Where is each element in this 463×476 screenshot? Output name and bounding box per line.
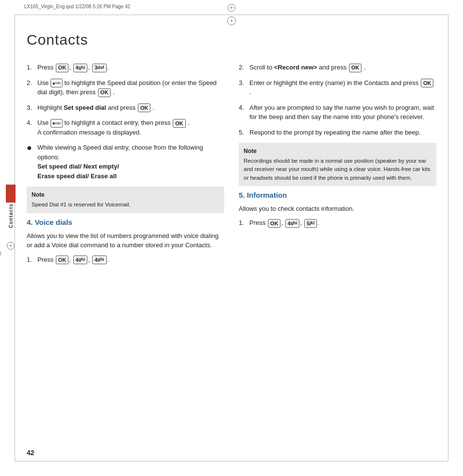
page-border-right	[448, 15, 448, 461]
page-border-top	[15, 15, 448, 15]
key-3def-1: 3 def	[92, 64, 107, 72]
step-3: 3. Highlight Set speed dial and press OK…	[27, 103, 224, 113]
sidebar-tab: Contacts	[6, 185, 16, 228]
section-5-heading: 5. Information	[239, 191, 436, 199]
r-step-5-content: Respond to the prompt by repeating the n…	[249, 128, 436, 137]
left-registration-mark	[7, 242, 15, 250]
r-step-5-num: 5.	[239, 128, 249, 137]
right-column: 2. Scroll to <Record new> and press OK .…	[239, 63, 436, 270]
page-number: 42	[27, 449, 34, 457]
key-nav-4: ●nav	[50, 119, 63, 128]
key-4ghi-s4: 4 ghi	[73, 255, 88, 264]
set-speed-dial-label: Set speed dial	[64, 104, 106, 111]
section4-step-1-num: 1.	[27, 255, 37, 265]
sidebar-tab-red-block	[6, 185, 16, 203]
step-4-content: Use ●nav to highlight a contact entry, t…	[37, 118, 224, 137]
key-ok-r2: OK	[349, 64, 362, 72]
page-border-left	[15, 15, 15, 461]
key-ok-3: OK	[138, 103, 151, 112]
r-step-2-num: 2.	[239, 63, 249, 72]
step-1-num: 1.	[27, 63, 37, 72]
note-text-right: Recordings should be made in a normal us…	[244, 157, 431, 182]
section5-step-1-content: Press OK, 4 ghi, 5 jkl.	[249, 218, 436, 228]
section-4-description: Allows you to view the list of numbers p…	[27, 231, 224, 250]
r-step-4: 4. After you are prompted to say the nam…	[239, 103, 436, 122]
note-text-left: Speed Dial #1 is reserved for Voicemail.	[32, 201, 219, 209]
key-ok-2: OK	[98, 88, 111, 97]
section5-step-1-num: 1.	[239, 218, 249, 228]
step-4: 4. Use ●nav to highlight a contact entry…	[27, 118, 224, 137]
bullet-dot: ●	[27, 143, 37, 181]
page-border-bottom	[15, 461, 448, 461]
r-step-3-content: Enter or highlight the entry (name) in t…	[249, 78, 436, 97]
step-4-num: 4.	[27, 118, 37, 137]
key-nav-2: ●nav	[50, 79, 63, 87]
page-title: Contacts	[27, 32, 436, 48]
header-text: LX165_Virgin_Eng.qxd 1/22/08 5:26 PM Pag…	[24, 4, 130, 9]
two-column-layout: 1. Press OK, 4 ghi, 3 def. 2. Use ●nav t…	[27, 63, 436, 270]
right-registration-mark	[0, 250, 1, 257]
section4-step-1-content: Press OK, 4 ghi, 4 ghi.	[37, 255, 224, 265]
section4-step-1: 1. Press OK, 4 ghi, 4 ghi.	[27, 255, 224, 265]
section-5-description: Allows you to check contacts information…	[239, 204, 436, 214]
step-2-content: Use ●nav to highlight the Speed dial pos…	[37, 78, 224, 97]
step-1: 1. Press OK, 4 ghi, 3 def.	[27, 63, 224, 72]
r-step-3: 3. Enter or highlight the entry (name) i…	[239, 78, 436, 97]
r-step-4-content: After you are prompted to say the name y…	[249, 103, 436, 122]
r-step-2: 2. Scroll to <Record new> and press OK .	[239, 63, 436, 72]
step-2: 2. Use ●nav to highlight the Speed dial …	[27, 78, 224, 97]
r-step-5: 5. Respond to the prompt by repeating th…	[239, 128, 436, 137]
key-4ghi-1: 4 ghi	[73, 64, 88, 72]
key-ok-s4-1: OK	[56, 255, 69, 264]
step-3-content: Highlight Set speed dial and press OK .	[37, 103, 224, 113]
step-3-num: 3.	[27, 103, 37, 113]
key-ok-1: OK	[56, 64, 69, 72]
page-header: LX165_Virgin_Eng.qxd 1/22/08 5:26 PM Pag…	[24, 4, 439, 9]
left-column: 1. Press OK, 4 ghi, 3 def. 2. Use ●nav t…	[27, 63, 224, 270]
key-4ghi-s5: 4 ghi	[285, 219, 300, 228]
key-ok-4: OK	[173, 119, 186, 128]
main-content: Contacts 1. Press OK, 4 ghi, 3 def. 2. U…	[27, 22, 436, 449]
record-new-label: <Record new>	[274, 64, 317, 71]
step-2-num: 2.	[27, 78, 37, 97]
section5-step-1: 1. Press OK, 4 ghi, 5 jkl.	[239, 218, 436, 228]
key-4ghi-s4-2: 4 ghi	[92, 255, 107, 264]
note-label-left: Note	[32, 190, 219, 199]
step-1-content: Press OK, 4 ghi, 3 def.	[37, 63, 224, 72]
key-5jkl-s5: 5 jkl	[304, 219, 317, 228]
r-step-4-num: 4.	[239, 103, 249, 122]
key-ok-s5-1: OK	[268, 219, 281, 228]
sidebar-label: Contacts	[8, 204, 14, 228]
bullet-item: ● While viewing a Speed dial entry, choo…	[27, 143, 224, 181]
note-label-right: Note	[244, 147, 431, 155]
section-4-heading: 4. Voice dials	[27, 218, 224, 226]
speed-dial-options: Set speed dial/ Next empty/Erase speed d…	[37, 163, 119, 180]
r-step-2-content: Scroll to <Record new> and press OK .	[249, 63, 436, 72]
note-box-right: Note Recordings should be made in a norm…	[239, 143, 436, 186]
note-box-left: Note Speed Dial #1 is reserved for Voice…	[27, 187, 224, 213]
bullet-content: While viewing a Speed dial entry, choose…	[37, 143, 224, 181]
r-step-3-num: 3.	[239, 78, 249, 97]
key-ok-r3: OK	[421, 79, 434, 87]
